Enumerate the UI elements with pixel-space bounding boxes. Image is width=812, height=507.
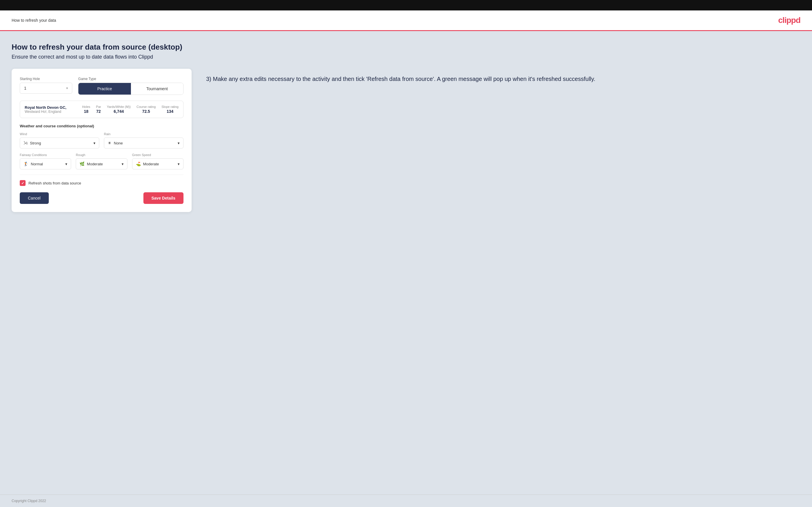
course-rating-value: 72.5 (142, 109, 150, 114)
fairway-select[interactable]: 🏌 Normal ▾ (20, 158, 71, 169)
main-content: How to refresh your data from source (de… (0, 31, 812, 495)
rough-select[interactable]: 🌿 Moderate ▾ (76, 158, 127, 169)
wind-select-inner: 🌬 Strong (23, 141, 94, 145)
cancel-button[interactable]: Cancel (20, 192, 49, 204)
green-speed-group: Green Speed ⛳ Moderate ▾ (132, 153, 184, 169)
rain-icon: ☀ (108, 141, 111, 145)
slope-rating-value: 134 (167, 109, 173, 114)
rough-group: Rough 🌿 Moderate ▾ (76, 153, 127, 169)
yards-label: Yards/White (M)) (107, 105, 131, 109)
divider (20, 175, 184, 175)
fairway-select-inner: 🏌 Normal (23, 162, 65, 166)
conditions-title: Weather and course conditions (optional) (20, 124, 184, 128)
top-bar (0, 0, 812, 10)
rain-label: Rain (104, 132, 184, 136)
content-area: Starting Hole 1 ▾ Game Type Practice Tou… (12, 69, 800, 212)
top-form-row: Starting Hole 1 ▾ Game Type Practice Tou… (20, 77, 184, 95)
rough-label: Rough (76, 153, 127, 157)
rough-icon: 🌿 (80, 162, 85, 166)
practice-button[interactable]: Practice (79, 83, 131, 95)
save-button[interactable]: Save Details (143, 192, 184, 204)
green-speed-icon: ⛳ (136, 162, 141, 166)
rain-select[interactable]: ☀ None ▾ (104, 137, 184, 149)
game-type-group: Game Type Practice Tournament (78, 77, 184, 95)
course-stats: Holes 18 Par 72 Yards/White (M)) 6,744 C… (82, 105, 179, 114)
starting-hole-label: Starting Hole (20, 77, 72, 81)
starting-hole-group: Starting Hole 1 ▾ (20, 77, 72, 95)
fairway-value: Normal (31, 162, 43, 166)
refresh-label: Refresh shots from data source (29, 181, 81, 185)
green-speed-label: Green Speed (132, 153, 184, 157)
instruction-panel: 3) Make any extra edits necessary to the… (203, 69, 800, 89)
slope-rating-stat: Slope rating 134 (161, 105, 179, 114)
par-value: 72 (96, 109, 101, 114)
footer: Copyright Clippd 2022 (0, 495, 812, 507)
fairway-chevron-icon: ▾ (65, 162, 67, 166)
form-card: Starting Hole 1 ▾ Game Type Practice Tou… (12, 69, 192, 212)
wind-label: Wind (20, 132, 99, 136)
copyright-text: Copyright Clippd 2022 (12, 499, 46, 503)
rough-value: Moderate (87, 162, 103, 166)
header: How to refresh your data clippd (0, 10, 812, 31)
fairway-label: Fairway Conditions (20, 153, 71, 157)
page-heading: How to refresh your data from source (de… (12, 43, 800, 52)
starting-hole-select[interactable]: 1 ▾ (20, 83, 72, 94)
starting-hole-chevron-icon: ▾ (66, 86, 68, 90)
fairway-group: Fairway Conditions 🏌 Normal ▾ (20, 153, 71, 169)
wind-icon: 🌬 (23, 141, 28, 145)
logo: clippd (778, 16, 800, 25)
wind-value: Strong (30, 141, 41, 145)
wind-chevron-icon: ▾ (94, 141, 96, 145)
green-speed-chevron-icon: ▾ (178, 162, 180, 166)
course-rating-label: Course rating (137, 105, 156, 109)
game-type-toggle: Practice Tournament (78, 83, 184, 95)
yards-stat: Yards/White (M)) 6,744 (107, 105, 131, 114)
course-name: Royal North Devon GC, (25, 105, 77, 110)
course-name-area: Royal North Devon GC, Westward Ho!, Engl… (25, 105, 77, 114)
holes-label: Holes (82, 105, 90, 109)
page-subheading: Ensure the correct and most up to date d… (12, 54, 800, 60)
refresh-checkbox-row: ✓ Refresh shots from data source (20, 180, 184, 186)
green-speed-value: Moderate (143, 162, 159, 166)
conditions-row-1: Wind 🌬 Strong ▾ Rain ☀ None (20, 132, 184, 149)
yards-value: 6,744 (114, 109, 124, 114)
header-title: How to refresh your data (12, 18, 56, 22)
rough-chevron-icon: ▾ (122, 162, 124, 166)
conditions-row-2: Fairway Conditions 🏌 Normal ▾ Rough 🌿 (20, 153, 184, 169)
rain-group: Rain ☀ None ▾ (104, 132, 184, 149)
holes-stat: Holes 18 (82, 105, 90, 114)
checkmark-icon: ✓ (21, 181, 24, 185)
holes-value: 18 (84, 109, 89, 114)
wind-select[interactable]: 🌬 Strong ▾ (20, 137, 99, 149)
refresh-checkbox[interactable]: ✓ (20, 180, 26, 186)
tournament-button[interactable]: Tournament (131, 83, 183, 95)
par-stat: Par 72 (96, 105, 101, 114)
green-speed-select[interactable]: ⛳ Moderate ▾ (132, 158, 184, 169)
rain-value: None (114, 141, 123, 145)
rain-select-inner: ☀ None (108, 141, 178, 145)
green-speed-select-inner: ⛳ Moderate (136, 162, 178, 166)
fairway-icon: 🏌 (23, 162, 29, 166)
wind-group: Wind 🌬 Strong ▾ (20, 132, 99, 149)
button-row: Cancel Save Details (20, 192, 184, 204)
slope-rating-label: Slope rating (161, 105, 179, 109)
starting-hole-value: 1 (24, 86, 27, 91)
course-rating-stat: Course rating 72.5 (137, 105, 156, 114)
game-type-label: Game Type (78, 77, 184, 81)
instruction-text: 3) Make any extra edits necessary to the… (206, 74, 798, 83)
rough-select-inner: 🌿 Moderate (80, 162, 121, 166)
rain-chevron-icon: ▾ (178, 141, 180, 145)
par-label: Par (96, 105, 101, 109)
course-location: Westward Ho!, England (25, 110, 77, 114)
course-info-box: Royal North Devon GC, Westward Ho!, Engl… (20, 101, 184, 118)
